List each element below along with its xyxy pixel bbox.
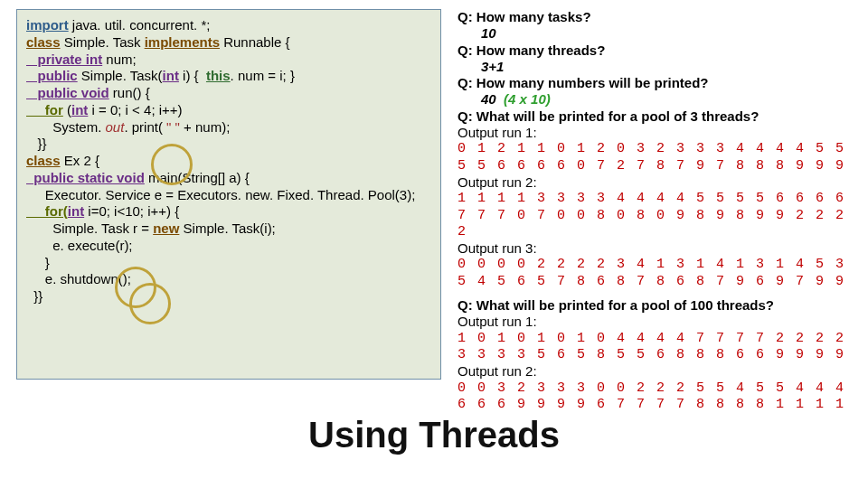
answer-2: 3+1 <box>458 59 852 75</box>
output-run2: 1 1 1 1 3 3 3 3 4 4 4 4 5 5 5 5 6 6 6 6 … <box>458 191 852 240</box>
kw-for: for( <box>26 203 68 219</box>
output-label: Output run 3: <box>458 240 852 257</box>
qa-panel: Q: How many tasks? 10 Q: How many thread… <box>458 9 852 413</box>
output-run4: 1 0 1 0 1 0 1 0 4 4 4 4 7 7 7 7 2 2 2 2 … <box>458 331 852 364</box>
code-text: i=0; i<10; i++) { <box>84 203 179 219</box>
answer-3: 40 (4 x 10) <box>458 91 852 108</box>
code-text: Simple. Task r = <box>26 221 153 236</box>
code-text: num; <box>102 52 137 67</box>
code-text: }} <box>26 136 431 153</box>
kw-this: this <box>206 68 231 83</box>
code-text: }} <box>26 288 431 305</box>
code-panel: import java. util. concurrent. *; class … <box>16 9 441 380</box>
kw-new: new <box>153 221 179 236</box>
output-label: Output run 2: <box>458 363 852 380</box>
output-label: Output run 1: <box>458 314 852 330</box>
kw-public: public <box>26 68 78 83</box>
code-text: Simple. Task( <box>78 68 163 83</box>
two-column-layout: import java. util. concurrent. *; class … <box>16 9 852 413</box>
code-text: + num); <box>180 119 230 135</box>
output-run1: 0 1 2 1 1 0 1 2 0 3 2 3 3 3 4 4 4 4 5 5 … <box>458 141 852 174</box>
kw-import: import <box>26 17 69 33</box>
kw-public-void: public void <box>26 85 109 100</box>
code-text: Simple. Task <box>61 34 145 50</box>
kw-private-int: private int <box>26 52 102 67</box>
kw-implements: implements <box>145 34 220 50</box>
field-out: out <box>106 119 125 135</box>
output-label: Output run 1: <box>458 125 852 141</box>
code-text: ( <box>63 102 71 117</box>
question-4: Q: What will be printed for a pool of 3 … <box>458 108 852 125</box>
code-text: Executor. Service e = Executors. new. Fi… <box>26 187 431 204</box>
slide: import java. util. concurrent. *; class … <box>0 0 868 488</box>
string-literal: " " <box>166 119 180 135</box>
code-text: Runnable { <box>220 34 290 50</box>
code-text: java. util. concurrent. *; <box>69 17 211 33</box>
kw-class: class <box>26 153 61 168</box>
question-3: Q: How many numbers will be printed? <box>458 75 852 91</box>
code-text: System. <box>26 119 106 135</box>
code-text: main(String[] a) { <box>145 170 250 185</box>
output-run3: 0 0 0 0 2 2 2 2 3 4 1 3 1 4 1 3 1 4 5 3 … <box>458 257 852 290</box>
slide-title: Using Threads <box>0 415 868 455</box>
kw-int: int <box>68 203 84 219</box>
code-text: i) { <box>179 68 206 83</box>
kw-int: int <box>163 68 179 83</box>
kw-for: for <box>26 102 63 117</box>
code-text: } <box>26 255 431 272</box>
kw-public-static-void: public static void <box>26 170 145 185</box>
output-label: Output run 2: <box>458 174 852 191</box>
code-text: i = 0; i < 4; i++) <box>88 102 182 117</box>
code-text: e. execute(r); <box>26 238 431 255</box>
code-text: Simple. Task(i); <box>179 221 275 236</box>
output-run5: 0 0 3 2 3 3 3 0 0 2 2 2 5 5 4 5 5 4 4 4 … <box>458 380 852 414</box>
code-text: . print( <box>124 119 166 135</box>
code-text: Ex 2 { <box>61 153 99 168</box>
question-1: Q: How many tasks? <box>458 9 852 25</box>
kw-class: class <box>26 34 61 50</box>
question-2: Q: How many threads? <box>458 42 852 59</box>
code-text: . num = i; } <box>231 68 295 83</box>
kw-int: int <box>71 102 88 117</box>
code-text: e. shutdown(); <box>26 271 431 288</box>
code-text: run() { <box>109 85 150 100</box>
answer-1: 10 <box>458 25 852 42</box>
question-5: Q: What will be printed for a pool of 10… <box>458 297 852 314</box>
